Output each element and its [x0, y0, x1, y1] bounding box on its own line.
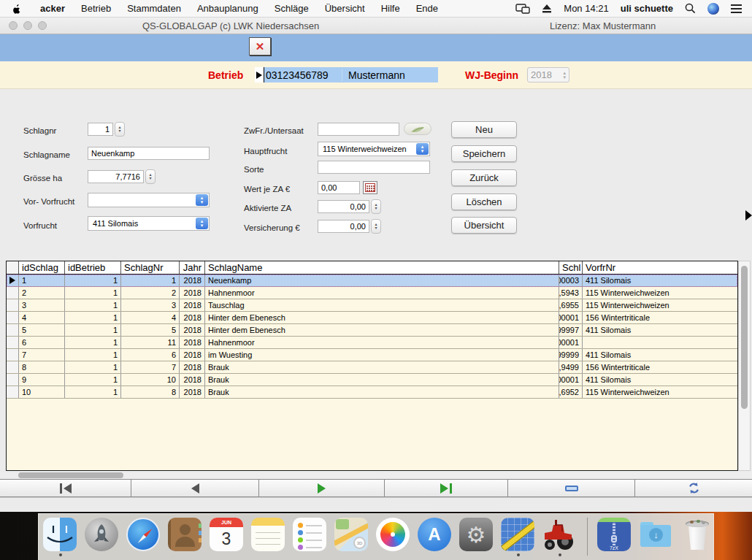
- dock-tractor-app-icon[interactable]: [542, 518, 578, 556]
- close-layout-button[interactable]: ✕: [249, 37, 271, 55]
- hauptfrucht-dropdown-arrows-icon[interactable]: ▴▾: [416, 143, 429, 155]
- omit-record-button[interactable]: [508, 480, 635, 496]
- menu-item-anbauplanung[interactable]: Anbauplanung: [189, 3, 266, 14]
- dock-calendar-icon[interactable]: JUN3: [210, 518, 245, 556]
- vorfrucht-dropdown[interactable]: 411 Silomais ▴▾: [88, 216, 210, 231]
- table-row[interactable]: 61112018Hahnenmoor00001: [7, 337, 737, 349]
- vor-vorfrucht-dropdown[interactable]: ▴▾: [88, 193, 210, 207]
- menu-item-betrieb[interactable]: Betrieb: [73, 3, 119, 14]
- table-row[interactable]: 5152018Hinter dem Ebenesch99997411 Silom…: [7, 324, 737, 337]
- displays-icon[interactable]: [515, 4, 530, 14]
- hauptfrucht-dropdown[interactable]: 115 Winterweichweizen ▴▾: [318, 142, 430, 156]
- vorfrucht-label: Vorfrucht: [23, 221, 57, 230]
- menu-item-hilfe[interactable]: Hilfe: [373, 3, 408, 14]
- neu-button[interactable]: Neu: [451, 121, 517, 138]
- cell-schl: 2,9499: [559, 361, 583, 373]
- cell-idbetrieb: 1: [65, 349, 121, 361]
- last-record-button[interactable]: [385, 480, 508, 496]
- dock-safari-icon[interactable]: [126, 518, 161, 556]
- cell-schlagname: Neuenkamp: [205, 275, 559, 286]
- groesse-input[interactable]: 7,7716: [88, 170, 144, 183]
- leaf-button[interactable]: [404, 123, 431, 135]
- dock-trash-icon[interactable]: [680, 518, 715, 556]
- menu-item-acker[interactable]: acker: [32, 3, 73, 14]
- schlagname-input[interactable]: Neuenkamp: [88, 147, 210, 160]
- zurueck-button[interactable]: Zurück: [451, 169, 517, 186]
- zoom-window-button[interactable]: [38, 21, 47, 30]
- dock-system-preferences-icon[interactable]: ⚙: [459, 518, 494, 556]
- menu-item-uebersicht[interactable]: Übersicht: [317, 3, 373, 14]
- dock-notes-icon[interactable]: [251, 518, 286, 556]
- wert-za-input[interactable]: 0,00: [318, 181, 360, 194]
- uebersicht-button[interactable]: Übersicht: [451, 217, 517, 234]
- cell-vorfrnr: 411 Silomais: [583, 324, 738, 336]
- vertical-scroll-thumb[interactable]: [741, 266, 748, 409]
- menu-item-stammdaten[interactable]: Stammdaten: [119, 3, 189, 14]
- column-header-jahr: Jahr: [180, 261, 205, 274]
- eject-icon[interactable]: [542, 4, 552, 13]
- schlagnr-stepper[interactable]: ▴▾: [115, 122, 125, 137]
- dock-contacts-icon[interactable]: [168, 518, 203, 556]
- window-title-bar: QS-GLOBALGAP (c) LWK Niedersachsen Lizen…: [0, 18, 752, 34]
- betrieb-field[interactable]: 03123456789 Mustermann: [264, 67, 438, 83]
- refresh-button[interactable]: [635, 480, 752, 496]
- cell-schlagnr: 6: [121, 349, 180, 361]
- dock-reminders-icon[interactable]: [293, 518, 328, 556]
- vor-vorfrucht-dropdown-arrows-icon[interactable]: ▴▾: [196, 194, 208, 206]
- table-row[interactable]: 10182018Brauk1,6952115 Winterweichweizen: [7, 386, 737, 399]
- spotlight-icon[interactable]: [685, 3, 696, 14]
- dock-maps-icon[interactable]: 3D: [334, 518, 369, 556]
- dock-app-store-icon[interactable]: A: [418, 518, 453, 556]
- schlagnr-input[interactable]: 1: [88, 123, 113, 136]
- menu-clock[interactable]: Mon 14:21: [564, 3, 608, 14]
- apple-menu-icon[interactable]: [0, 3, 32, 15]
- siri-icon[interactable]: [707, 3, 719, 15]
- column-header-schl: Schl: [559, 261, 583, 274]
- dock-photos-icon[interactable]: [376, 518, 411, 556]
- table-row[interactable]: 7162018im Wuesting99999411 Silomais: [7, 349, 737, 361]
- previous-record-button[interactable]: [131, 480, 259, 496]
- speichern-button[interactable]: Speichern: [451, 145, 517, 162]
- zwfr-input[interactable]: [318, 123, 399, 136]
- versicherung-stepper[interactable]: ▴▾: [371, 219, 381, 234]
- vorfrucht-dropdown-arrows-icon[interactable]: ▴▾: [196, 218, 208, 229]
- table-row[interactable]: 4142018Hinter dem Ebenesch00001156 Winte…: [7, 312, 737, 324]
- menu-item-ende[interactable]: Ende: [408, 3, 446, 14]
- current-record-marker: [255, 67, 264, 83]
- cell-schlagname: im Wuesting: [205, 349, 559, 361]
- minimize-window-button[interactable]: [23, 21, 32, 30]
- close-window-button[interactable]: [9, 21, 18, 30]
- table-row[interactable]: 8172018Brauk2,9499156 Wintertriticale: [7, 361, 737, 374]
- dock-blueprint-tool-icon[interactable]: [501, 518, 536, 556]
- dock-launchpad-icon[interactable]: [85, 518, 120, 556]
- first-record-button[interactable]: [0, 480, 131, 496]
- next-record-button[interactable]: [259, 480, 385, 496]
- wj-beginn-field[interactable]: 2018 ▴▾: [527, 67, 569, 83]
- menu-user[interactable]: uli schuette: [621, 3, 673, 14]
- sorte-input[interactable]: [318, 161, 430, 174]
- betrieb-number: 03123456789: [264, 69, 342, 81]
- aktivierte-za-input[interactable]: 0,00: [318, 200, 369, 213]
- loeschen-button[interactable]: Löschen: [451, 193, 517, 210]
- wj-stepper-icon[interactable]: ▴▾: [563, 71, 566, 80]
- table-row[interactable]: 3132018Tauschlag3,6955115 Winterweichwei…: [7, 299, 737, 312]
- hauptfrucht-label: Hauptfrucht: [244, 147, 287, 156]
- table-horizontal-scrollbar[interactable]: [0, 472, 752, 479]
- menu-item-schlaege[interactable]: Schläge: [266, 3, 317, 14]
- dock-downloads-folder-icon[interactable]: ↓: [639, 518, 674, 556]
- aktivierte-za-stepper[interactable]: ▴▾: [371, 199, 381, 214]
- table-vertical-scrollbar[interactable]: [738, 261, 751, 471]
- row-gutter: [7, 361, 19, 373]
- groesse-stepper[interactable]: ▴▾: [145, 169, 156, 184]
- cell-idbetrieb: 1: [65, 361, 121, 373]
- calculator-button[interactable]: [363, 181, 377, 194]
- sorte-label: Sorte: [244, 165, 264, 174]
- table-row[interactable]: 91102018Brauk00001411 Silomais: [7, 374, 737, 386]
- horizontal-scroll-thumb[interactable]: [18, 472, 123, 478]
- notification-center-icon[interactable]: [731, 4, 742, 13]
- dock-archiver-7zx-icon[interactable]: 7zX: [597, 518, 632, 556]
- table-row[interactable]: 1112018Neuenkamp00003411 Silomais: [7, 275, 737, 287]
- versicherung-input[interactable]: 0,00: [318, 220, 369, 233]
- dock-finder-icon[interactable]: [43, 518, 78, 556]
- table-row[interactable]: 2122018Hahnenmoor4,5943115 Winterweichwe…: [7, 287, 737, 299]
